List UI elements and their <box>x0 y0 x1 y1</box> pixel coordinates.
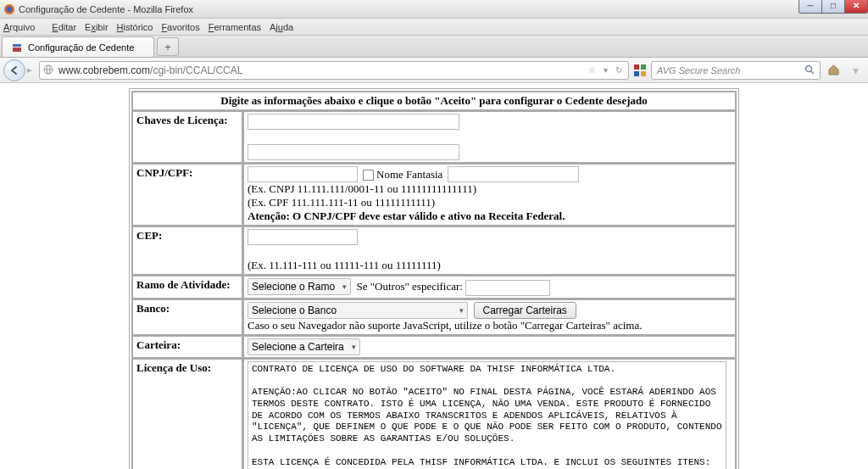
home-button[interactable] <box>824 61 843 80</box>
search-box[interactable]: AVG Secure Search <box>651 61 821 80</box>
url-text: www.cobrebem.com/cgi-bin/CCAL/CCAL <box>58 64 588 76</box>
label-banco: Banco: <box>132 299 242 335</box>
input-cep[interactable] <box>248 229 358 245</box>
form-header: Digite as informações abaixo e clique o … <box>132 92 736 110</box>
search-icon[interactable] <box>804 64 815 76</box>
checkbox-nome-fantasia[interactable] <box>363 170 374 181</box>
input-nome-fantasia[interactable] <box>448 166 579 182</box>
label-licenca: Licença de Uso: <box>132 359 242 469</box>
menubar: Arquivo Editar Exibir Histórico Favorito… <box>0 19 868 36</box>
feed-button[interactable]: ▾ <box>846 61 865 80</box>
svg-point-11 <box>806 65 812 71</box>
input-chave-2[interactable] <box>248 144 459 160</box>
maximize-button[interactable]: □ <box>821 0 845 14</box>
menu-arquivo[interactable]: Arquivo <box>3 22 43 32</box>
menu-favoritos[interactable]: Favoritos <box>161 22 199 32</box>
firefox-icon <box>3 3 15 15</box>
hint-cnpj-2: (Ex. CPF 111.111.111-11 ou 11111111111) <box>248 196 732 209</box>
input-chave-1[interactable] <box>248 114 459 130</box>
svg-line-12 <box>811 71 814 74</box>
avg-logo-icon <box>632 63 648 78</box>
url-bar[interactable]: www.cobrebem.com/cgi-bin/CCAL/CCAL ☆ ▾ ↻ <box>39 61 629 80</box>
svg-rect-10 <box>641 71 646 76</box>
label-chaves: Chaves de Licença: <box>132 111 242 163</box>
config-form-table: Digite as informações abaixo e clique o … <box>131 91 737 469</box>
tab-favicon <box>11 42 23 53</box>
navbar: ▸ www.cobrebem.com/cgi-bin/CCAL/CCAL ☆ ▾… <box>0 58 868 83</box>
page-content: Digite as informações abaixo e clique o … <box>0 83 868 469</box>
tab-cedente[interactable]: Configuração de Cedente <box>2 36 154 57</box>
newtab-button[interactable]: + <box>157 37 179 56</box>
window-title: Configuração de Cedente - Mozilla Firefo… <box>19 4 193 14</box>
select-banco[interactable]: Selecione o Banco <box>248 302 468 319</box>
label-outros: Se "Outros" especificar: <box>357 280 463 293</box>
hint-cep: (Ex. 11.111-111 ou 11111-111 ou 11111111… <box>248 259 441 271</box>
label-cep: CEP: <box>132 226 242 275</box>
menu-editar[interactable]: Editar <box>52 22 76 32</box>
site-identity-icon <box>43 64 55 76</box>
button-carregar-carteiras[interactable]: Carregar Carteiras <box>474 302 576 319</box>
url-action-icons[interactable]: ☆ ▾ ↻ <box>588 65 625 75</box>
svg-point-1 <box>7 6 13 12</box>
checkbox-nome-fantasia-wrap[interactable]: Nome Fantasia <box>363 168 442 181</box>
search-placeholder: AVG Secure Search <box>657 65 804 75</box>
menu-ferramentas[interactable]: Ferramentas <box>209 22 261 32</box>
label-ramo: Ramo de Atividade: <box>132 276 242 299</box>
tab-label: Configuração de Cedente <box>28 42 134 53</box>
svg-rect-9 <box>634 71 639 76</box>
forward-button[interactable]: ▸ <box>27 64 32 75</box>
input-ramo-outros[interactable] <box>465 280 550 296</box>
svg-rect-7 <box>634 64 639 70</box>
warning-cnpj: Atenção: O CNPJ/CPF deve estar válido e … <box>248 209 732 223</box>
svg-rect-8 <box>641 64 646 70</box>
input-cnpj[interactable] <box>248 166 358 182</box>
label-cnpj: CNPJ/CPF: <box>132 164 242 226</box>
select-ramo[interactable]: Selecione o Ramo <box>248 278 351 295</box>
close-button[interactable]: ✕ <box>844 0 868 14</box>
hint-cnpj-1: (Ex. CNPJ 11.111.111/0001-11 ou 11111111… <box>248 182 732 196</box>
hint-banco: Caso o seu Navegador não suporte JavaScr… <box>248 319 732 332</box>
textarea-licenca[interactable] <box>248 361 726 469</box>
menu-historico[interactable]: Histórico <box>117 22 153 32</box>
svg-rect-2 <box>13 44 21 47</box>
form-frame: Digite as informações abaixo e clique o … <box>129 88 739 469</box>
tabbar: Configuração de Cedente + <box>0 36 868 58</box>
select-carteira[interactable]: Selecione a Carteira <box>248 338 360 355</box>
minimize-button[interactable]: ─ <box>798 0 822 14</box>
back-button[interactable] <box>3 59 25 81</box>
svg-rect-3 <box>13 47 21 52</box>
titlebar: Configuração de Cedente - Mozilla Firefo… <box>0 0 868 19</box>
label-carteira: Carteira: <box>132 336 242 358</box>
menu-ajuda[interactable]: Ajuda <box>270 22 293 32</box>
menu-exibir[interactable]: Exibir <box>85 22 108 32</box>
